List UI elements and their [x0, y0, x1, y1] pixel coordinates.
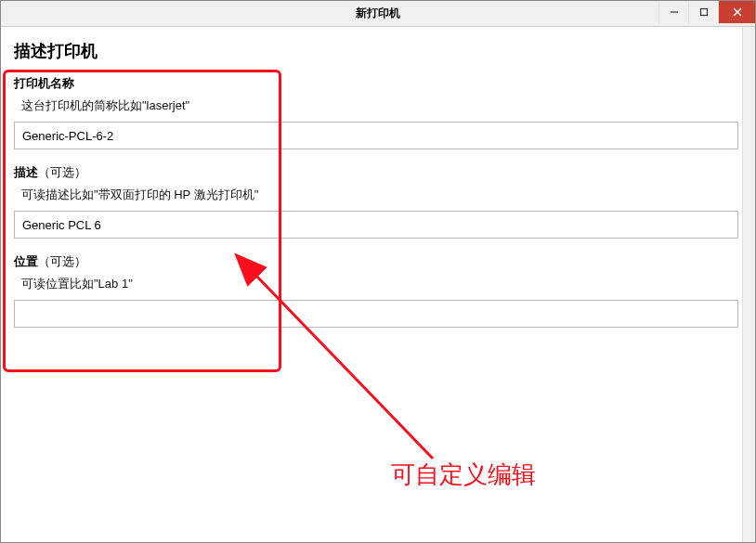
description-label: 描述（可选）: [14, 164, 738, 181]
location-hint: 可读位置比如"Lab 1": [21, 276, 738, 292]
description-input[interactable]: [14, 211, 738, 239]
location-label-text: 位置: [14, 254, 38, 268]
printer-name-input[interactable]: [14, 122, 738, 149]
describe-printer-form: 打印机名称 这台打印机的简称比如"laserjet" 描述（可选） 可读描述比如…: [10, 75, 742, 341]
printer-name-label: 打印机名称: [14, 75, 738, 92]
printer-name-label-text: 打印机名称: [14, 76, 74, 90]
location-label-optional: （可选）: [38, 254, 86, 268]
description-label-text: 描述: [14, 165, 38, 179]
vertical-scrollbar[interactable]: [742, 27, 755, 542]
maximize-button[interactable]: [688, 1, 718, 23]
page-heading: 描述打印机: [14, 40, 742, 62]
window-title: 新打印机: [1, 6, 755, 21]
annotation-text: 可自定义编辑: [391, 459, 536, 491]
location-label: 位置（可选）: [14, 253, 738, 270]
svg-rect-1: [700, 9, 707, 16]
close-button[interactable]: [718, 1, 755, 23]
content-area: 描述打印机 打印机名称 这台打印机的简称比如"laserjet" 描述（可选） …: [1, 27, 755, 542]
printer-name-hint: 这台打印机的简称比如"laserjet": [21, 97, 738, 114]
window: 新打印机 描述打印机 打印机名称 这台打印机的简称比如"laserjet" 描述…: [1, 1, 755, 542]
description-hint: 可读描述比如"带双面打印的 HP 激光打印机": [21, 187, 738, 203]
description-label-optional: （可选）: [38, 165, 86, 179]
minimize-button[interactable]: [658, 1, 688, 23]
window-controls: [658, 1, 755, 26]
location-input[interactable]: [14, 300, 738, 328]
titlebar[interactable]: 新打印机: [1, 1, 755, 27]
